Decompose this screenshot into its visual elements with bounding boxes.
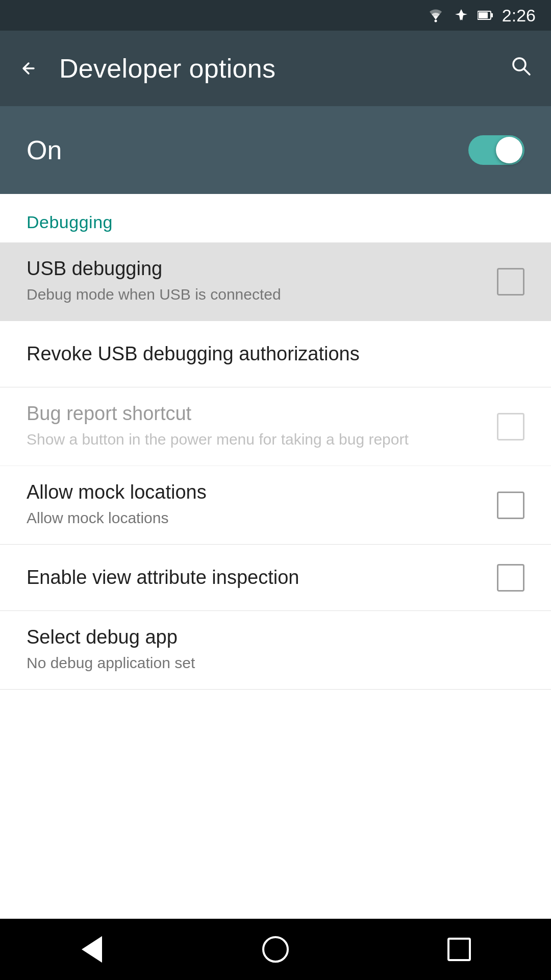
bug-report-checkbox [497, 413, 524, 440]
list-item-mock-locations-subtitle: Allow mock locations [27, 507, 497, 529]
list-item-select-debug-app[interactable]: Select debug app No debug application se… [0, 611, 551, 690]
list-item-bug-report-subtitle: Show a button in the power menu for taki… [27, 429, 497, 450]
search-button[interactable] [509, 54, 533, 83]
mock-locations-checkbox[interactable] [497, 492, 524, 519]
status-bar: 2:26 [0, 0, 551, 31]
toggle-thumb [496, 137, 522, 163]
nav-back-icon [82, 936, 102, 963]
list-item-usb-debugging-text: USB debugging Debug mode when USB is con… [27, 258, 497, 305]
list-item-revoke-usb-title: Revoke USB debugging authorizations [27, 343, 524, 365]
list-item-mock-locations-title: Allow mock locations [27, 481, 497, 503]
developer-options-toggle-label: On [27, 135, 468, 165]
nav-bar [0, 919, 551, 980]
nav-home-icon [262, 936, 289, 963]
list-item-revoke-usb[interactable]: Revoke USB debugging authorizations [0, 321, 551, 387]
list-item-select-debug-app-title: Select debug app [27, 626, 524, 648]
back-button[interactable] [18, 58, 39, 79]
airplane-icon [454, 8, 468, 22]
status-time: 2:26 [502, 6, 536, 26]
nav-recents-icon [447, 938, 471, 961]
list-item-view-attribute-inspection[interactable]: Enable view attribute inspection [0, 545, 551, 611]
list-item-select-debug-app-text: Select debug app No debug application se… [27, 626, 524, 674]
svg-rect-3 [479, 12, 488, 18]
developer-options-toggle-row: On [0, 106, 551, 194]
list-item-select-debug-app-subtitle: No debug application set [27, 652, 524, 674]
list-item-mock-locations-text: Allow mock locations Allow mock location… [27, 481, 497, 529]
battery-icon [478, 10, 493, 21]
content-area: Debugging USB debugging Debug mode when … [0, 194, 551, 919]
list-item-view-attribute-inspection-title: Enable view attribute inspection [27, 567, 497, 589]
nav-back-button[interactable] [61, 929, 122, 970]
svg-rect-2 [491, 13, 493, 17]
list-item-bug-report: Bug report shortcut Show a button in the… [0, 387, 551, 466]
list-item-mock-locations[interactable]: Allow mock locations Allow mock location… [0, 466, 551, 545]
nav-recents-button[interactable] [429, 929, 490, 970]
page-title: Developer options [59, 53, 489, 84]
section-header-debugging: Debugging [0, 194, 551, 242]
list-item-bug-report-title: Bug report shortcut [27, 403, 497, 425]
list-item-revoke-usb-text: Revoke USB debugging authorizations [27, 343, 524, 365]
svg-point-0 [434, 20, 437, 22]
wifi-icon [427, 8, 445, 22]
list-item-usb-debugging[interactable]: USB debugging Debug mode when USB is con… [0, 242, 551, 321]
app-bar: Developer options [0, 31, 551, 106]
usb-debugging-checkbox[interactable] [497, 268, 524, 296]
developer-options-toggle[interactable] [468, 135, 524, 165]
list-item-usb-debugging-title: USB debugging [27, 258, 497, 280]
list-item-view-attribute-inspection-text: Enable view attribute inspection [27, 567, 497, 589]
nav-home-button[interactable] [245, 929, 306, 970]
list-item-usb-debugging-subtitle: Debug mode when USB is connected [27, 284, 497, 305]
list-item-bug-report-text: Bug report shortcut Show a button in the… [27, 403, 497, 450]
view-attribute-inspection-checkbox[interactable] [497, 564, 524, 592]
status-icons: 2:26 [427, 6, 536, 26]
